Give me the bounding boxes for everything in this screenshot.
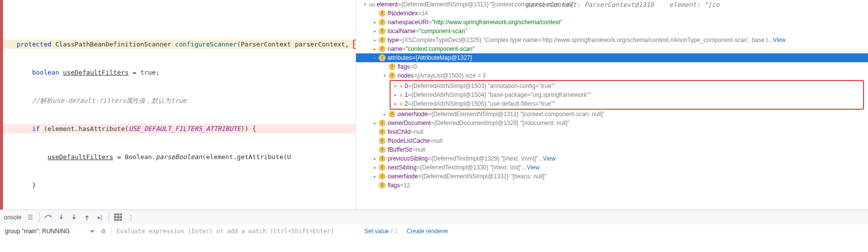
code-line: //解析use-default-filters属性值，默认为true [2,96,355,105]
expand-icon[interactable]: ▸ [372,20,378,25]
code-line: protected ClassPathBeanDefinitionScanner… [2,40,355,49]
code-editor[interactable]: protected ClassPathBeanDefinitionScanner… [0,0,355,210]
var-row[interactable]: ▸fnamespaceURI = "http://www.springframe… [356,18,868,27]
separator [109,212,109,222]
code-line [2,209,355,210]
code-line: } [2,180,355,190]
expand-icon[interactable]: ▸ [393,101,398,106]
step-into-icon[interactable] [57,213,65,221]
array-item-icon: ≡ [399,92,402,98]
run-to-cursor-icon[interactable]: ▸| [96,213,104,221]
var-row-array-item[interactable]: ▸≡1 = {DeferredAttrNSImpl@1504} "base-pa… [391,90,863,99]
set-value-link[interactable]: Set value [364,228,389,235]
view-link[interactable]: View [773,37,786,43]
step-out-icon[interactable] [83,213,91,221]
step-over-icon[interactable] [44,213,52,221]
field-icon: f [379,128,386,135]
parameter-hint: parserContext: ParserContext@1310 elemen… [526,1,719,8]
debug-toolbar: onsole ☰ ▸| ⋮ [0,210,868,224]
var-row-array-item[interactable]: ▸≡2 = {DeferredAttrNSImpl@1505} "use-def… [391,99,863,108]
field-icon: f [379,45,386,52]
array-item-icon: ≡ [399,83,402,89]
expand-icon[interactable]: ▸ [372,46,378,51]
evaluate-expression-icon[interactable] [114,213,122,221]
view-link[interactable]: View [527,164,540,171]
highlighted-nodes-box: ▸≡0 = {DeferredAttrNSImpl@1503} "annotat… [390,80,864,110]
array-item-icon: ≡ [399,101,402,107]
var-row[interactable]: ▸ftype = {XSComplexTypeDecl@1325} "Compl… [356,36,868,44]
debug-status-row: group "main": RUNNING ⏷ ⚙ Evaluate expre… [0,224,868,238]
evaluate-expression-input[interactable]: Evaluate expression (Enter) or add a wat… [112,228,358,235]
var-row[interactable]: ▸fownerNode = {DeferredElementNSImpl@133… [356,172,868,181]
field-icon: f [379,164,386,171]
var-row[interactable]: ▸fownerNode = {DeferredElementNSImpl@131… [356,110,868,119]
field-icon: f [379,37,386,43]
expand-icon[interactable]: ▸ [372,156,378,161]
var-row-attributes[interactable]: ▾fattributes = {AttributeMap@1327} [356,53,868,62]
expand-icon[interactable]: ▸ [393,92,398,97]
var-row[interactable]: ▸flocalName = "component-scan" [356,27,868,36]
filter-icon[interactable]: ⏷ [89,227,96,235]
field-icon: f [379,182,386,189]
var-row[interactable]: ▸fname = "context:component-scan" [356,44,868,53]
field-icon: f [379,28,386,35]
variables-panel[interactable]: ▾ooelement = {DeferredElementNSImpl@1311… [355,0,868,210]
code-line: if (element.hasAttribute(USE_DEFAULT_FIL… [2,124,355,133]
field-icon: f [379,19,386,26]
field-icon: f [389,63,395,70]
shortcut-hint: F2 [391,228,397,235]
collapse-icon[interactable]: ▾ [362,2,368,7]
create-renderer-link[interactable]: Create renderer [406,228,448,235]
var-row[interactable]: ffNodeIndex = 14 [356,9,868,18]
var-row[interactable]: fflags = 0 [356,62,868,71]
expand-icon[interactable]: ▸ [372,174,378,179]
scroll-to-stack-icon[interactable]: ☰ [26,213,34,221]
var-row[interactable]: ffirstChild = null [356,127,868,136]
expand-icon[interactable]: ▸ [372,121,378,126]
field-icon: f [379,155,386,162]
expand-icon[interactable]: ▸ [372,29,378,34]
thread-status[interactable]: group "main": RUNNING [5,228,70,235]
collapse-icon[interactable]: ▾ [382,73,388,78]
view-link[interactable]: View [543,155,556,162]
settings-gear-icon[interactable]: ⚙ [101,228,106,235]
var-row[interactable]: fflags = 12 [356,181,868,190]
field-icon: f [379,120,386,126]
field-icon: f [379,173,386,180]
collapse-icon[interactable]: ▾ [372,55,378,60]
highlighted-parameter: Element element [353,40,355,49]
field-icon: f [379,54,386,61]
expand-icon[interactable]: ▸ [393,84,398,88]
field-icon: f [379,146,386,153]
force-step-into-icon[interactable] [70,213,78,221]
var-row[interactable]: ▸fnextSibling = {DeferredTextImpl@1330} … [356,163,868,172]
field-icon: f [389,111,395,118]
expand-icon[interactable]: ▸ [372,38,378,42]
field-icon: f [379,10,386,17]
var-row-nodes[interactable]: ▾fnodes = {ArrayList@1500} size = 3 [356,71,868,80]
var-row[interactable]: ffNodeListCache = null [356,136,868,145]
var-row-array-item[interactable]: ▸≡0 = {DeferredAttrNSImpl@1503} "annotat… [391,82,863,90]
var-row[interactable]: ffBufferStr = null [356,145,868,154]
param-icon: oo [369,1,376,7]
separator [39,212,39,222]
console-tab[interactable]: onsole [4,214,21,221]
field-icon: f [379,137,386,144]
more-icon[interactable]: ⋮ [127,213,135,221]
field-icon: f [389,72,395,79]
error-gutter-stripe [0,0,3,210]
var-row[interactable]: ▸fownerDocument = {DeferredDocumentImpl@… [356,119,868,127]
var-row[interactable]: ▸fpreviousSibling = {DeferredTextImpl@13… [356,154,868,163]
expand-icon[interactable]: ▸ [382,112,388,117]
code-line: useDefaultFilters = Boolean.parseBoolean… [2,152,355,162]
expand-icon[interactable]: ▸ [372,165,378,170]
code-line: boolean useDefaultFilters = true; [2,68,355,77]
